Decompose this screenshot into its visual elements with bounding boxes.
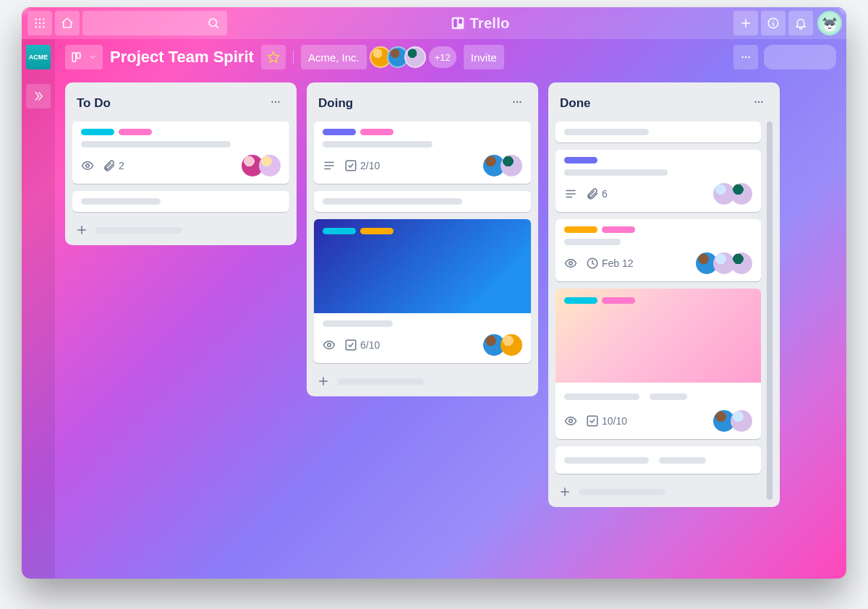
card-title-placeholder [564,239,621,245]
apps-menu-button[interactable] [27,11,52,35]
list-title[interactable]: Doing [318,96,353,111]
label-orange[interactable] [360,228,393,234]
watch-badge [564,257,577,270]
plus-icon [739,17,752,30]
extra-members-count[interactable]: +12 [429,46,456,68]
description-icon [564,187,577,200]
svg-point-33 [754,101,756,103]
card[interactable]: 6/10 [314,219,531,363]
add-card-button[interactable] [556,481,761,500]
invite-button[interactable]: Invite [464,45,504,69]
card[interactable] [556,446,761,474]
add-card-button[interactable] [314,370,531,389]
svg-point-6 [35,26,37,27]
label-purple[interactable] [564,157,597,163]
board-header: Project Team Spirit Acme, Inc. +12 Invit… [55,39,846,75]
card[interactable]: 2 [72,122,289,184]
board-filter-placeholder[interactable] [764,45,836,69]
label-purple[interactable] [323,129,356,135]
dots-icon [752,95,765,108]
board-menu-button[interactable] [733,45,758,69]
list-done: Done [548,82,780,507]
card[interactable] [314,191,531,212]
list-menu-button[interactable] [508,93,527,114]
card-title-placeholder [650,393,687,400]
svg-point-38 [569,420,573,423]
list-title[interactable]: To Do [77,96,111,111]
svg-point-24 [275,101,276,103]
board-members[interactable]: +12 [374,46,456,68]
app-window: Trello ACME [22,7,846,579]
label-pink[interactable] [602,226,635,233]
add-card-placeholder [337,378,424,385]
card[interactable]: 6 [556,150,761,212]
bell-icon [794,17,807,30]
checklist-badge: 10/10 [586,414,627,427]
card-title-placeholder [564,393,639,400]
add-card-button[interactable] [72,219,289,238]
card-cover [556,289,761,383]
member-avatar[interactable] [731,252,752,274]
add-card-placeholder [579,489,665,495]
notifications-button[interactable] [788,11,813,35]
member-avatar[interactable] [731,410,752,432]
star-icon [267,51,280,64]
card-members [246,155,281,176]
card[interactable] [72,191,289,212]
svg-point-8 [43,26,44,27]
eye-icon [81,159,94,172]
attachments-badge: 6 [586,187,608,200]
card[interactable] [556,122,761,142]
card-title-placeholder [323,141,433,148]
create-button[interactable] [733,11,758,35]
card[interactable]: 10/10 [556,289,761,439]
user-avatar[interactable] [817,11,842,35]
card[interactable]: Feb 12 [556,219,761,281]
checklist-badge: 6/10 [344,338,380,352]
svg-point-16 [826,24,828,26]
trello-logo-icon [451,16,465,30]
paperclip-icon [103,159,116,172]
label-cyan[interactable] [323,228,356,234]
label-cyan[interactable] [81,129,114,135]
svg-rect-19 [77,53,80,59]
grid-icon [33,17,46,30]
member-avatar[interactable] [404,46,426,68]
workspace-logo[interactable]: ACME [26,45,51,69]
eye-icon [323,338,336,352]
info-button[interactable] [761,11,786,35]
plus-icon [317,375,330,388]
expand-sidebar-button[interactable] [26,84,51,108]
search-input[interactable] [82,11,227,35]
workspace-button[interactable]: Acme, Inc. [301,45,367,69]
dots-icon [269,95,282,108]
label-pink[interactable] [119,129,152,135]
member-avatar[interactable] [259,155,281,176]
description-badge [564,187,577,200]
member-avatar[interactable] [731,183,752,205]
top-nav: Trello [22,7,846,39]
add-card-placeholder [95,227,182,234]
member-avatar[interactable] [501,155,522,176]
label-orange[interactable] [564,226,597,233]
list-menu-button[interactable] [749,93,768,114]
star-board-button[interactable] [261,45,286,69]
member-avatar[interactable] [501,334,522,356]
due-date: Feb 12 [602,257,634,269]
chevron-double-right-icon [32,90,45,103]
svg-point-28 [516,101,518,103]
card-title-placeholder [323,320,393,327]
label-pink[interactable] [602,297,635,304]
label-cyan[interactable] [564,297,597,304]
checkbox-icon [344,338,357,352]
dots-icon [739,51,752,64]
list-menu-button[interactable] [266,93,285,114]
list-title[interactable]: Done [560,96,591,111]
board-view-switcher[interactable] [65,45,103,69]
paperclip-icon [586,187,599,200]
list-scrollbar[interactable] [767,122,773,500]
home-button[interactable] [55,11,80,35]
label-pink[interactable] [360,129,393,135]
board-title[interactable]: Project Team Spirit [110,48,254,67]
card[interactable]: 2/10 [314,122,531,184]
